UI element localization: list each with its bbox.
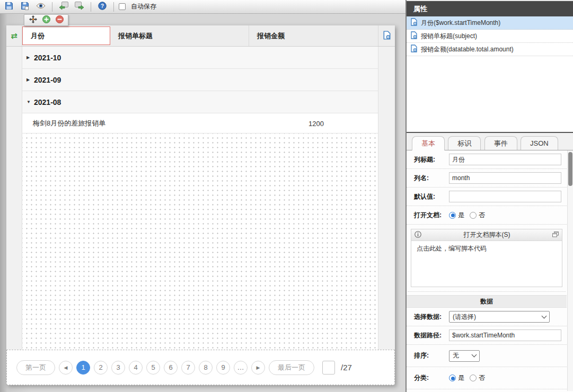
preview-button[interactable] [34, 1, 47, 13]
page-button-2[interactable]: 2 [94, 361, 108, 375]
group-row[interactable]: ▶ 2021-09 [22, 69, 378, 91]
radio-yes-label: 是 [458, 211, 464, 220]
binding-label: 报销单标题(subject) [421, 32, 477, 41]
open-doc-label: 打开文档: [414, 211, 449, 220]
binding-item-amount[interactable]: 报销金额(datatable.total.amount) [407, 43, 573, 56]
export-button[interactable] [73, 1, 86, 13]
expand-arrow-icon: ▼ [27, 100, 34, 104]
page-button-1[interactable]: 1 [76, 361, 90, 375]
binding-item-month[interactable]: 月份($work.startTimeMonth) [407, 16, 573, 30]
page-button-4[interactable]: 4 [129, 361, 143, 375]
toolbar-separator [91, 2, 91, 12]
select-data-dropdown[interactable]: (请选择) [449, 311, 550, 323]
default-value-input[interactable] [449, 191, 561, 202]
group-row[interactable]: ▼ 2021-08 [22, 91, 378, 113]
open-doc-radio-no[interactable] [470, 212, 477, 219]
sort-dropdown[interactable]: 无 [449, 350, 480, 362]
import-icon [59, 2, 68, 12]
remove-column-button[interactable] [55, 16, 64, 24]
page-jump-input[interactable] [322, 361, 335, 375]
col-name-input[interactable]: month [449, 172, 561, 184]
main-toolbar: ? 自动保存 [0, 0, 405, 14]
radio-no-label: 否 [479, 373, 485, 382]
data-path-input[interactable]: $work.startTimeMonth [449, 329, 561, 341]
widget-float-toolbar [24, 14, 68, 26]
table-body: ▶ 2021-10 ▶ 2021-09 ▼ 2021-08 梅剑8月份的差旅报销… [6, 47, 395, 350]
column-header-amount[interactable]: 报销金额 [249, 25, 378, 46]
document-badge-icon [383, 31, 391, 41]
page-button-5[interactable]: 5 [146, 361, 160, 375]
category-field: 分类: 是 否 [407, 367, 567, 389]
default-value-field: 默认值: [407, 188, 567, 206]
tab-identity[interactable]: 标识 [448, 136, 481, 150]
binding-label: 月份($work.startTimeMonth) [421, 19, 500, 28]
open-doc-radio-yes[interactable] [449, 212, 456, 219]
first-page-button[interactable]: 第一页 [16, 360, 55, 375]
script-body[interactable]: 点击此处，编写脚本代码 [411, 241, 562, 287]
expand-arrow-icon: ▶ [27, 55, 34, 60]
binding-list: 月份($work.startTimeMonth) 报销单标题(subject) … [407, 16, 573, 133]
tab-json[interactable]: JSON [521, 136, 558, 150]
category-radio-yes[interactable] [449, 375, 456, 381]
next-page-button[interactable]: ▶ [251, 361, 265, 375]
prev-page-button[interactable]: ◀ [59, 361, 73, 375]
group-label: 2021-08 [34, 98, 61, 106]
save-icon [5, 2, 13, 12]
autosave-checkbox[interactable] [119, 3, 126, 10]
col-name-label: 列名: [414, 174, 449, 183]
radio-yes-label: 是 [458, 373, 464, 382]
select-data-field: 选择数据: (请选择) [407, 308, 567, 326]
toolbar-separator [113, 2, 114, 12]
page-button-6[interactable]: 6 [164, 361, 178, 375]
save-as-icon [21, 2, 29, 12]
save-button[interactable] [3, 1, 15, 13]
col-title-label: 列标题: [414, 155, 449, 164]
col-name-field: 列名: month [407, 169, 567, 188]
data-section-header: 数据 [407, 295, 567, 308]
column-settings-header[interactable] [378, 25, 395, 46]
group-label: 2021-10 [34, 54, 61, 62]
column-header-month[interactable]: 月份 [22, 26, 110, 45]
move-button[interactable] [29, 16, 37, 24]
tab-basic[interactable]: 基本 [412, 136, 445, 150]
panel-title: 属性 [407, 1, 573, 16]
add-column-button[interactable] [42, 16, 50, 24]
binding-item-subject[interactable]: 报销单标题(subject) [407, 30, 573, 43]
page-button-3[interactable]: 3 [111, 361, 125, 375]
eye-icon [36, 3, 46, 11]
import-button[interactable] [57, 1, 70, 13]
radio-no-label: 否 [479, 211, 485, 220]
col-title-input[interactable]: 月份 [449, 154, 561, 165]
column-header-subject[interactable]: 报销单标题 [110, 25, 249, 46]
tab-event[interactable]: 事件 [484, 136, 517, 150]
popout-icon[interactable] [552, 231, 559, 239]
form-scrollbar[interactable] [567, 150, 573, 391]
refresh-column-header[interactable]: ⇄ [6, 25, 22, 46]
save-as-button[interactable] [19, 1, 31, 13]
ellipsis-button[interactable]: … [234, 361, 248, 375]
category-radio-no[interactable] [470, 375, 477, 381]
page-button-9[interactable]: 9 [216, 361, 230, 375]
document-badge-icon [411, 31, 417, 41]
group-row[interactable]: ▶ 2021-10 [22, 47, 378, 69]
datatable-widget: ⇄ 月份 报销单标题 报销金额 ▶ 2021-10 [6, 25, 395, 385]
prev-icon: ◀ [64, 365, 68, 370]
scrollbar-thumb[interactable] [568, 152, 572, 186]
svg-text:?: ? [101, 3, 104, 9]
sort-label: 排序: [414, 351, 449, 360]
help-button[interactable]: ? [96, 1, 109, 13]
page-button-7[interactable]: 7 [181, 361, 195, 375]
data-path-label: 数据路径: [414, 331, 449, 340]
table-main-area: ▶ 2021-10 ▶ 2021-09 ▼ 2021-08 梅剑8月份的差旅报销… [22, 47, 378, 350]
expand-arrow-icon: ▶ [27, 77, 34, 82]
column-header-label: 报销金额 [257, 31, 285, 41]
detail-row[interactable]: 梅剑8月份的差旅报销单 1200 [22, 113, 378, 133]
script-header: 打开文档脚本(S) [411, 229, 562, 241]
open-doc-field: 打开文档: 是 否 [407, 206, 567, 225]
last-page-button[interactable]: 最后一页 [269, 360, 314, 375]
col-title-field: 列标题: 月份 [407, 150, 567, 169]
page-button-8[interactable]: 8 [199, 361, 213, 375]
pagination-bar: 第一页 ◀ 1 2 3 4 5 6 7 8 9 … ▶ 最后一页 /27 [6, 350, 395, 385]
group-label: 2021-09 [34, 76, 61, 84]
info-icon [415, 231, 421, 239]
